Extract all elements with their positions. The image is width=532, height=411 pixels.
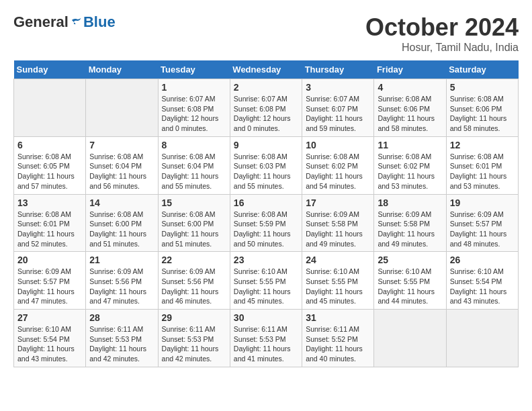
day-info: Sunrise: 6:07 AMSunset: 6:07 PMDaylight:… xyxy=(306,94,370,134)
day-number: 18 xyxy=(378,197,442,208)
calendar-cell: 10Sunrise: 6:08 AMSunset: 6:02 PMDayligh… xyxy=(302,136,374,194)
calendar-cell: 31Sunrise: 6:11 AMSunset: 5:52 PMDayligh… xyxy=(302,310,374,367)
day-number: 9 xyxy=(234,140,298,150)
day-info: Sunrise: 6:09 AMSunset: 5:58 PMDaylight:… xyxy=(378,210,442,249)
logo-bird-icon xyxy=(70,16,82,28)
day-info: Sunrise: 6:09 AMSunset: 5:57 PMDaylight:… xyxy=(17,267,82,306)
day-info: Sunrise: 6:08 AMSunset: 6:04 PMDaylight:… xyxy=(162,152,226,191)
day-number: 8 xyxy=(162,140,226,150)
day-info: Sunrise: 6:11 AMSunset: 5:53 PMDaylight:… xyxy=(162,324,226,364)
day-info: Sunrise: 6:08 AMSunset: 6:01 PMDaylight:… xyxy=(17,210,82,249)
day-info: Sunrise: 6:10 AMSunset: 5:54 PMDaylight:… xyxy=(450,267,515,306)
calendar-cell: 12Sunrise: 6:08 AMSunset: 6:01 PMDayligh… xyxy=(446,136,518,194)
day-info: Sunrise: 6:07 AMSunset: 6:08 PMDaylight:… xyxy=(234,94,298,134)
day-number: 21 xyxy=(89,255,154,265)
calendar-cell xyxy=(14,79,86,137)
calendar-table: SundayMondayTuesdayWednesdayThursdayFrid… xyxy=(13,60,519,367)
calendar-cell: 13Sunrise: 6:08 AMSunset: 6:01 PMDayligh… xyxy=(14,194,86,252)
day-number: 22 xyxy=(162,255,226,265)
page-header: General Blue October 2024 Hosur, Tamil N… xyxy=(13,13,519,54)
calendar-cell: 20Sunrise: 6:09 AMSunset: 5:57 PMDayligh… xyxy=(14,252,86,310)
column-header-tuesday: Tuesday xyxy=(158,60,230,79)
day-number: 29 xyxy=(162,312,226,323)
calendar-cell xyxy=(86,79,158,137)
calendar-cell: 6Sunrise: 6:08 AMSunset: 6:05 PMDaylight… xyxy=(14,136,86,194)
column-header-sunday: Sunday xyxy=(14,60,86,79)
day-number: 4 xyxy=(378,82,442,93)
month-title: October 2024 xyxy=(365,13,519,42)
day-info: Sunrise: 6:09 AMSunset: 5:57 PMDaylight:… xyxy=(450,210,515,249)
calendar-cell: 24Sunrise: 6:10 AMSunset: 5:55 PMDayligh… xyxy=(302,252,374,310)
day-info: Sunrise: 6:09 AMSunset: 5:56 PMDaylight:… xyxy=(162,267,226,306)
day-number: 20 xyxy=(17,255,82,265)
calendar-cell: 26Sunrise: 6:10 AMSunset: 5:54 PMDayligh… xyxy=(446,252,518,310)
day-info: Sunrise: 6:08 AMSunset: 6:06 PMDaylight:… xyxy=(450,94,515,134)
day-number: 7 xyxy=(89,140,154,150)
day-number: 6 xyxy=(17,140,82,150)
calendar-body: 1Sunrise: 6:07 AMSunset: 6:08 PMDaylight… xyxy=(14,79,519,367)
day-number: 31 xyxy=(306,312,370,323)
calendar-cell: 21Sunrise: 6:09 AMSunset: 5:56 PMDayligh… xyxy=(86,252,158,310)
day-number: 5 xyxy=(450,82,515,93)
calendar-week-2: 6Sunrise: 6:08 AMSunset: 6:05 PMDaylight… xyxy=(14,136,519,194)
day-number: 28 xyxy=(89,312,154,323)
column-header-friday: Friday xyxy=(374,60,446,79)
day-info: Sunrise: 6:08 AMSunset: 6:05 PMDaylight:… xyxy=(17,152,82,191)
logo-blue-text: Blue xyxy=(83,13,116,31)
calendar-cell: 3Sunrise: 6:07 AMSunset: 6:07 PMDaylight… xyxy=(302,79,374,137)
day-info: Sunrise: 6:11 AMSunset: 5:53 PMDaylight:… xyxy=(234,324,298,364)
day-info: Sunrise: 6:09 AMSunset: 5:56 PMDaylight:… xyxy=(89,267,154,306)
day-info: Sunrise: 6:07 AMSunset: 6:08 PMDaylight:… xyxy=(162,94,226,134)
day-info: Sunrise: 6:11 AMSunset: 5:52 PMDaylight:… xyxy=(306,324,370,364)
calendar-week-1: 1Sunrise: 6:07 AMSunset: 6:08 PMDaylight… xyxy=(14,79,519,137)
calendar-cell: 5Sunrise: 6:08 AMSunset: 6:06 PMDaylight… xyxy=(446,79,518,137)
calendar-cell: 8Sunrise: 6:08 AMSunset: 6:04 PMDaylight… xyxy=(158,136,230,194)
day-number: 14 xyxy=(89,197,154,208)
day-number: 17 xyxy=(306,197,370,208)
calendar-cell: 14Sunrise: 6:08 AMSunset: 6:00 PMDayligh… xyxy=(86,194,158,252)
day-info: Sunrise: 6:08 AMSunset: 5:59 PMDaylight:… xyxy=(234,210,298,249)
day-info: Sunrise: 6:08 AMSunset: 6:03 PMDaylight:… xyxy=(234,152,298,191)
calendar-cell: 15Sunrise: 6:08 AMSunset: 6:00 PMDayligh… xyxy=(158,194,230,252)
day-info: Sunrise: 6:08 AMSunset: 6:06 PMDaylight:… xyxy=(378,94,442,134)
calendar-header-row: SundayMondayTuesdayWednesdayThursdayFrid… xyxy=(14,60,519,79)
location-text: Hosur, Tamil Nadu, India xyxy=(365,42,519,54)
calendar-cell: 9Sunrise: 6:08 AMSunset: 6:03 PMDaylight… xyxy=(230,136,302,194)
title-block: October 2024 Hosur, Tamil Nadu, India xyxy=(365,13,519,54)
calendar-cell: 19Sunrise: 6:09 AMSunset: 5:57 PMDayligh… xyxy=(446,194,518,252)
day-number: 12 xyxy=(450,140,515,150)
day-info: Sunrise: 6:09 AMSunset: 5:58 PMDaylight:… xyxy=(306,210,370,249)
calendar-cell: 29Sunrise: 6:11 AMSunset: 5:53 PMDayligh… xyxy=(158,310,230,367)
calendar-cell: 23Sunrise: 6:10 AMSunset: 5:55 PMDayligh… xyxy=(230,252,302,310)
calendar-cell: 4Sunrise: 6:08 AMSunset: 6:06 PMDaylight… xyxy=(374,79,446,137)
calendar-week-4: 20Sunrise: 6:09 AMSunset: 5:57 PMDayligh… xyxy=(14,252,519,310)
calendar-week-5: 27Sunrise: 6:10 AMSunset: 5:54 PMDayligh… xyxy=(14,310,519,367)
calendar-cell: 2Sunrise: 6:07 AMSunset: 6:08 PMDaylight… xyxy=(230,79,302,137)
calendar-cell: 11Sunrise: 6:08 AMSunset: 6:02 PMDayligh… xyxy=(374,136,446,194)
calendar-cell: 22Sunrise: 6:09 AMSunset: 5:56 PMDayligh… xyxy=(158,252,230,310)
calendar-cell xyxy=(374,310,446,367)
day-info: Sunrise: 6:10 AMSunset: 5:55 PMDaylight:… xyxy=(306,267,370,306)
calendar-cell: 30Sunrise: 6:11 AMSunset: 5:53 PMDayligh… xyxy=(230,310,302,367)
calendar-cell: 28Sunrise: 6:11 AMSunset: 5:53 PMDayligh… xyxy=(86,310,158,367)
day-number: 15 xyxy=(162,197,226,208)
calendar-cell: 25Sunrise: 6:10 AMSunset: 5:55 PMDayligh… xyxy=(374,252,446,310)
day-number: 10 xyxy=(306,140,370,150)
day-number: 30 xyxy=(234,312,298,323)
day-info: Sunrise: 6:10 AMSunset: 5:55 PMDaylight:… xyxy=(378,267,442,306)
day-number: 27 xyxy=(17,312,82,323)
day-number: 26 xyxy=(450,255,515,265)
calendar-cell xyxy=(446,310,518,367)
day-info: Sunrise: 6:08 AMSunset: 6:02 PMDaylight:… xyxy=(306,152,370,191)
day-info: Sunrise: 6:08 AMSunset: 6:01 PMDaylight:… xyxy=(450,152,515,191)
calendar-cell: 16Sunrise: 6:08 AMSunset: 5:59 PMDayligh… xyxy=(230,194,302,252)
day-info: Sunrise: 6:08 AMSunset: 6:02 PMDaylight:… xyxy=(378,152,442,191)
day-number: 19 xyxy=(450,197,515,208)
day-number: 2 xyxy=(234,82,298,93)
day-info: Sunrise: 6:10 AMSunset: 5:54 PMDaylight:… xyxy=(17,324,82,364)
calendar-cell: 18Sunrise: 6:09 AMSunset: 5:58 PMDayligh… xyxy=(374,194,446,252)
day-number: 1 xyxy=(162,82,226,93)
calendar-cell: 17Sunrise: 6:09 AMSunset: 5:58 PMDayligh… xyxy=(302,194,374,252)
calendar-cell: 7Sunrise: 6:08 AMSunset: 6:04 PMDaylight… xyxy=(86,136,158,194)
day-number: 11 xyxy=(378,140,442,150)
